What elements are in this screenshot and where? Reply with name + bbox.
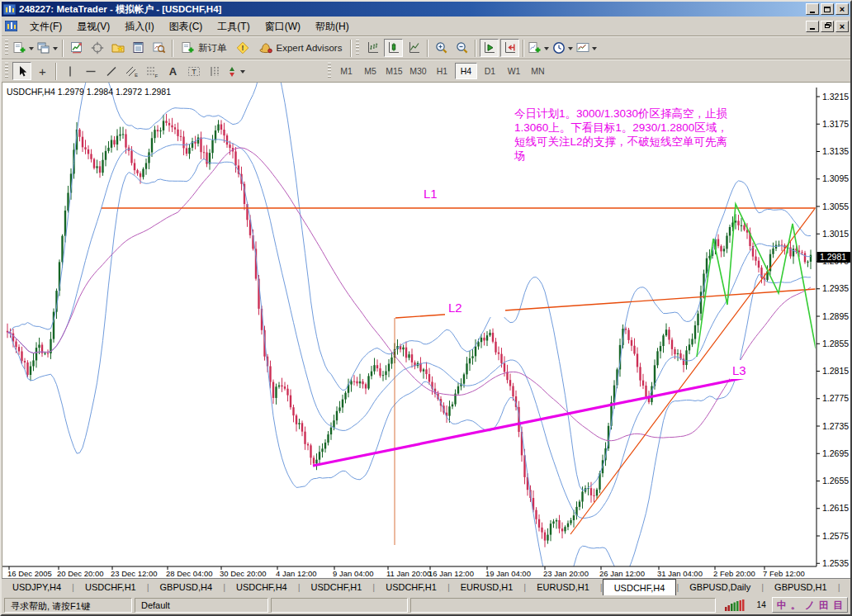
chart-tab[interactable]: USDJPY,H4 — [2, 579, 72, 595]
vertical-line-button[interactable] — [60, 62, 79, 80]
new-order-button[interactable]: 新订单 — [177, 39, 232, 57]
market-watch-button[interactable] — [67, 39, 86, 57]
timeframe-button-m30[interactable]: M30 — [407, 63, 429, 79]
maximize-button[interactable] — [821, 3, 834, 15]
timeframes-group: M1M5M15M30H1H4D1W1MN — [334, 63, 550, 79]
crosshair-window-button[interactable] — [88, 39, 106, 57]
line-label-l1[interactable]: L1 — [424, 187, 438, 201]
zoom-in-button[interactable] — [432, 39, 451, 57]
menu-item-view[interactable]: 显视(V) — [69, 18, 117, 35]
chart-canvas[interactable]: L1L2L3今日计划1。3000/1.3030价区择高空，止损1.3060上。下… — [2, 83, 850, 578]
status-profile[interactable]: Default — [135, 598, 268, 613]
trendline-icon — [106, 65, 117, 78]
chart-shift-button[interactable] — [500, 39, 519, 57]
chart-tab[interactable]: GBPUSD,Daily — [679, 579, 761, 595]
chart-tab[interactable]: GBPUSD,H4 — [149, 579, 224, 595]
chart-tab[interactable]: GBPUSD,H1 — [764, 579, 838, 595]
svg-text:F: F — [155, 73, 159, 78]
crosshair-button[interactable]: + — [33, 62, 52, 80]
ime-icon-1[interactable]: 。 — [791, 600, 801, 610]
data-window-button[interactable] — [129, 39, 148, 57]
cursor-button[interactable] — [12, 62, 31, 80]
timeframe-button-h4[interactable]: H4 — [455, 63, 477, 79]
status-panel-4 — [410, 598, 716, 613]
toolbar-grip[interactable] — [5, 63, 8, 79]
horizontal-line-button[interactable] — [81, 62, 100, 80]
mdi-minimize-button[interactable] — [806, 21, 819, 32]
menu-item-file[interactable]: 文件(F) — [22, 18, 69, 35]
chart-tab[interactable]: USDCHF,H1 — [301, 579, 373, 595]
strategy-tester-button[interactable] — [149, 39, 168, 57]
chart-tab[interactable]: EURUSD,H1 — [526, 579, 600, 595]
ime-icon-2[interactable]: ノ — [805, 600, 815, 610]
mdi-minimize-icon — [810, 28, 815, 30]
menu-item-window[interactable]: 窗口(W) — [258, 18, 308, 35]
chart-area[interactable]: L1L2L3今日计划1。3000/1.3030价区择高空，止损1.3060上。下… — [2, 83, 850, 578]
line-chart-icon — [408, 41, 421, 54]
alert-button[interactable]: ! — [234, 39, 253, 57]
metatrader-window: 248227: MetaTrader - 模拟帐户 - [USDCHF,H4] … — [0, 0, 852, 616]
connection-status-icon — [725, 599, 746, 611]
expert-advisors-button[interactable]: Expert Advisors — [254, 39, 348, 57]
ime-icon-3[interactable]: 田 — [819, 600, 829, 610]
timeframe-button-m5[interactable]: M5 — [359, 63, 381, 79]
minimize-button[interactable] — [806, 3, 819, 15]
menu-item-help[interactable]: 帮助(H) — [308, 18, 357, 35]
channel-button[interactable]: E — [122, 62, 141, 80]
arrows-button[interactable] — [225, 62, 246, 80]
chart-tab-active[interactable]: USDCHF,H4 — [603, 579, 677, 595]
auto-scroll-button[interactable] — [480, 39, 499, 57]
chart-tab[interactable]: GBPUSD,H1 — [840, 579, 850, 595]
chart-tabs: USDJPY,H4|USDCHF,H1|GBPUSD,H4|USDCHF,H4|… — [2, 579, 850, 595]
mdi-restore-icon — [825, 24, 830, 28]
menu-item-insert[interactable]: 插入(I) — [117, 18, 161, 35]
minimize-icon — [810, 12, 815, 13]
templates-button[interactable] — [575, 39, 598, 57]
ime-toolbar[interactable]: 中。ノ田目 — [772, 597, 848, 613]
chart-tab[interactable]: EURUSD,H1 — [450, 579, 524, 595]
timeframe-button-h1[interactable]: H1 — [431, 63, 453, 79]
toolbar-grip[interactable] — [328, 63, 331, 79]
line-label-l3[interactable]: L3 — [732, 363, 746, 377]
chart-tab[interactable]: USDCHF,H1 — [375, 579, 447, 595]
text-label-icon: T — [187, 65, 201, 78]
toolbar-grip[interactable] — [356, 40, 359, 56]
timeframe-button-m15[interactable]: M15 — [383, 63, 405, 79]
time-axis[interactable]: 16 Dec 200520 Dec 20:0023 Dec 12:0028 De… — [2, 566, 816, 578]
timeframe-button-w1[interactable]: W1 — [503, 63, 525, 79]
chart-tab[interactable]: USDCHF,H4 — [225, 579, 298, 595]
price-tick-label: 1.2775 — [822, 393, 849, 403]
menu-item-charts[interactable]: 图表(C) — [162, 18, 211, 35]
bar-chart-button[interactable] — [363, 39, 382, 57]
line-chart-button[interactable] — [405, 39, 424, 57]
fibonacci-button[interactable]: F — [143, 62, 162, 80]
close-button[interactable]: × — [835, 3, 849, 15]
window-title: 248227: MetaTrader - 模拟帐户 - [USDCHF,H4] — [19, 3, 806, 16]
timeframe-button-mn[interactable]: MN — [527, 63, 549, 79]
ime-icon-0[interactable]: 中 — [777, 600, 787, 610]
indicators-button[interactable] — [528, 39, 550, 57]
candlestick-chart-button[interactable] — [384, 39, 403, 57]
fibonacci-icon: F — [146, 65, 159, 78]
ime-icon-4[interactable]: 目 — [833, 600, 843, 610]
line-label-l2[interactable]: L2 — [448, 301, 462, 315]
toolbar-separator — [427, 40, 428, 57]
trendline-button[interactable] — [102, 62, 121, 80]
chart-tab[interactable]: USDCHF,H1 — [74, 579, 147, 595]
menu-item-tools[interactable]: 工具(T) — [210, 18, 257, 35]
timeframe-button-d1[interactable]: D1 — [479, 63, 501, 79]
periods-button[interactable] — [551, 39, 574, 57]
timeframe-button-m1[interactable]: M1 — [335, 63, 357, 79]
cycle-lines-button[interactable] — [205, 62, 224, 80]
navigator-button[interactable] — [108, 39, 127, 57]
profiles-button[interactable] — [36, 39, 59, 57]
text-label-button[interactable]: T — [184, 62, 203, 80]
mdi-restore-button[interactable] — [821, 21, 834, 32]
zoom-out-button[interactable] — [452, 39, 471, 57]
mdi-close-button[interactable]: × — [835, 21, 849, 32]
new-chart-button[interactable] — [12, 39, 35, 57]
text-button[interactable]: A — [163, 62, 182, 80]
price-axis[interactable]: 1.32151.31751.31351.30951.30551.30151.29… — [816, 83, 850, 578]
svg-text:短线可关注L2的支撑，不破短线空单可先离: 短线可关注L2的支撑，不破短线空单可先离 — [514, 135, 727, 148]
toolbar-grip[interactable] — [5, 40, 8, 56]
